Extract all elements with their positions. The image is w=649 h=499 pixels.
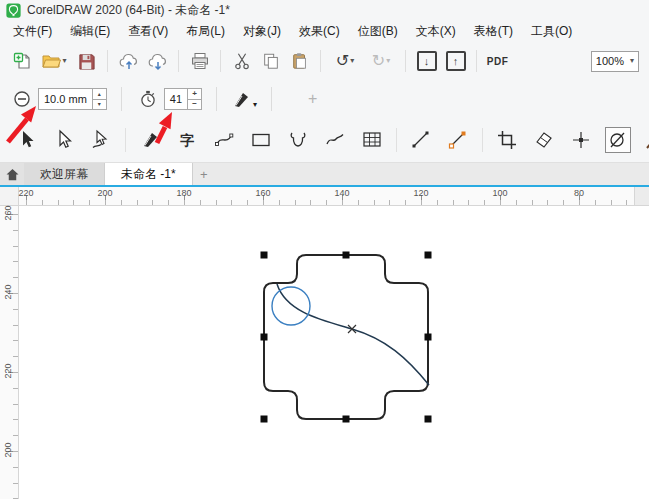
cloud-upload-button[interactable] [115, 48, 142, 75]
paste-button[interactable] [286, 48, 313, 75]
toolbar-separator [220, 50, 221, 72]
menu-item-layout[interactable]: 布局(L) [177, 20, 234, 43]
open-document-button[interactable]: ▾ [37, 48, 71, 75]
handle-top-left[interactable] [261, 252, 268, 259]
drawing-canvas[interactable] [19, 206, 649, 499]
connector-line-tool[interactable] [408, 127, 434, 153]
publish-pdf-button[interactable]: PDF [484, 48, 511, 75]
redo-button[interactable]: ↻ ▾ [364, 48, 398, 75]
smoothing-field[interactable]: 41 + − [164, 88, 202, 110]
handle-middle-right[interactable] [425, 334, 432, 341]
bezier-nodes-icon [447, 129, 469, 151]
menu-item-view[interactable]: 查看(V) [119, 20, 177, 43]
toolbar-separator [107, 50, 108, 72]
pick-tool[interactable] [14, 127, 40, 153]
undo-flyout-caret-icon[interactable]: ▾ [350, 57, 354, 65]
hruler-label: 160 [255, 188, 270, 198]
artistic-pen-nib-icon [139, 129, 161, 151]
pdf-icon: PDF [487, 56, 509, 67]
open-flyout-caret-icon[interactable]: ▾ [62, 57, 66, 65]
freehand-curve-icon [213, 129, 235, 151]
new-document-button[interactable] [8, 48, 35, 75]
eraser-thickness-stepper[interactable]: ▴ ▾ [92, 89, 106, 109]
virtual-segment-delete-tool[interactable] [605, 127, 631, 153]
smart-drawing-tool[interactable] [322, 127, 348, 153]
cloud-download-button[interactable] [144, 48, 171, 75]
handle-top-middle[interactable] [343, 252, 350, 259]
menu-item-table[interactable]: 表格(T) [465, 20, 522, 43]
crop-tool[interactable] [494, 127, 520, 153]
freehand-tool[interactable] [211, 127, 237, 153]
shape-tool[interactable] [51, 127, 77, 153]
handle-bottom-left[interactable] [261, 416, 268, 423]
menu-item-effects[interactable]: 效果(C) [290, 20, 349, 43]
menu-item-tools[interactable]: 工具(O) [522, 20, 581, 43]
toolbar-separator [405, 50, 406, 72]
new-tab-button[interactable]: + [193, 163, 215, 185]
menu-item-bitmaps[interactable]: 位图(B) [349, 20, 407, 43]
menu-item-edit[interactable]: 编辑(E) [61, 20, 119, 43]
coreldraw-logo-icon [6, 3, 21, 18]
cloud-upload-icon [118, 51, 140, 71]
zoom-level-select[interactable]: 100% ▾ [591, 51, 639, 72]
nib-flyout-caret-icon[interactable]: ▾ [253, 101, 257, 109]
standard-toolbar: ▾ [0, 42, 649, 80]
tab-welcome-screen[interactable]: 欢迎屏幕 [24, 163, 105, 185]
propbar-separator [271, 87, 272, 111]
artistic-media-tool[interactable] [137, 127, 163, 153]
menu-item-file[interactable]: 文件(F) [4, 20, 61, 43]
paint-brush-tool[interactable] [642, 127, 649, 153]
zoom-caret-icon[interactable]: ▾ [630, 57, 634, 65]
free-transform-tool[interactable] [568, 127, 594, 153]
print-button[interactable] [186, 48, 213, 75]
text-tool[interactable]: 字 [174, 127, 200, 153]
stopwatch-icon [136, 87, 160, 111]
smoothing-stepper[interactable]: + − [187, 89, 201, 109]
hruler-label: 80 [574, 188, 584, 198]
vruler-label: 220 [3, 361, 13, 381]
table-grid-icon [361, 129, 383, 151]
handle-bottom-middle[interactable] [343, 416, 350, 423]
welcome-home-button[interactable] [0, 163, 24, 185]
pen-nib-flyout-button[interactable]: ▾ [231, 89, 257, 109]
tab-document[interactable]: 未命名 -1* [105, 163, 193, 185]
tab-document-label: 未命名 -1* [121, 166, 176, 183]
pick-arrow-icon [16, 129, 38, 151]
coreldraw-window: CorelDRAW 2020 (64-Bit) - 未命名 -1* 文件(F) … [0, 0, 649, 499]
selected-shape-outline[interactable] [264, 255, 428, 419]
bezier-tool[interactable] [445, 127, 471, 153]
eraser-tool[interactable] [531, 127, 557, 153]
import-button[interactable]: ↓ [413, 48, 440, 75]
handle-middle-left[interactable] [261, 334, 268, 341]
stepper-minus-icon[interactable]: − [188, 100, 201, 110]
cut-button[interactable] [228, 48, 255, 75]
copy-button[interactable] [257, 48, 284, 75]
eraser-thickness-value[interactable]: 10.0 mm [39, 89, 92, 109]
text-tool-icon: 字 [180, 133, 194, 147]
stepper-plus-icon[interactable]: + [188, 89, 201, 100]
stepper-down-icon[interactable]: ▾ [93, 100, 106, 110]
handle-top-right[interactable] [425, 252, 432, 259]
rectangle-tool[interactable] [248, 127, 274, 153]
window-title: CorelDRAW 2020 (64-Bit) - 未命名 -1* [27, 2, 230, 19]
undo-button[interactable]: ↺ ▾ [328, 48, 362, 75]
save-button[interactable] [73, 48, 100, 75]
open-folder-icon [41, 51, 61, 71]
handle-bottom-right[interactable] [425, 416, 432, 423]
toolbar-separator [320, 50, 321, 72]
freehand-pick-tool[interactable] [88, 127, 114, 153]
table-tool[interactable] [359, 127, 385, 153]
redo-flyout-caret-icon: ▾ [386, 57, 390, 65]
menu-item-text[interactable]: 文本(X) [407, 20, 465, 43]
menu-item-object[interactable]: 对象(J) [234, 20, 290, 43]
add-preset-button: + [302, 89, 323, 109]
smoothing-value[interactable]: 41 [165, 89, 187, 109]
spiral-tool[interactable] [285, 127, 311, 153]
crop-icon [496, 129, 518, 151]
eraser-thickness-field[interactable]: 10.0 mm ▴ ▾ [38, 88, 107, 110]
export-button[interactable]: ↑ [442, 48, 469, 75]
hruler-label: 120 [413, 188, 428, 198]
menu-bar: 文件(F) 编辑(E) 查看(V) 布局(L) 对象(J) 效果(C) 位图(B… [0, 20, 649, 42]
export-icon: ↑ [446, 51, 466, 71]
stepper-up-icon[interactable]: ▴ [93, 89, 106, 100]
